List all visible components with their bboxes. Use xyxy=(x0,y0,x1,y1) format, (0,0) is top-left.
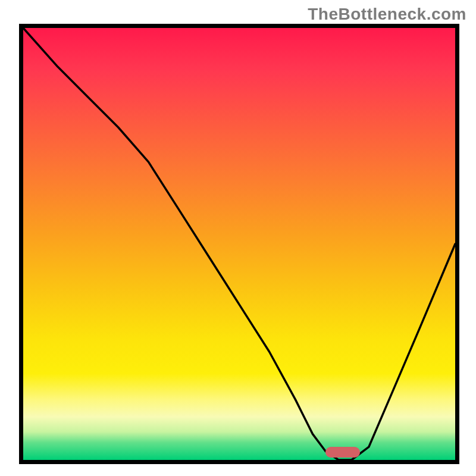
watermark-text: TheBottleneck.com xyxy=(308,5,466,24)
optimal-marker xyxy=(325,447,360,458)
plot-area xyxy=(19,24,459,464)
bottleneck-chart-svg xyxy=(23,28,455,460)
